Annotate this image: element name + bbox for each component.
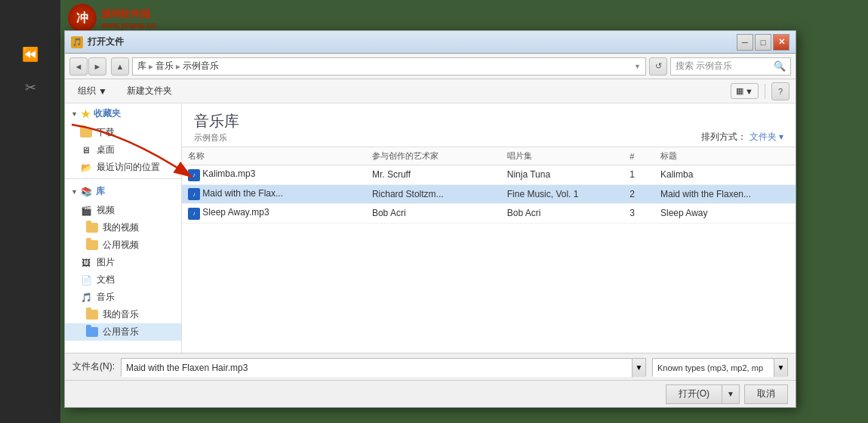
picture-label: 图片 <box>97 256 115 269</box>
address-path[interactable]: 库 ▸ 音乐 ▸ 示例音乐 ▼ <box>132 57 646 76</box>
dialog-title-left: 🎵 打开文件 <box>71 36 124 48</box>
maximize-button[interactable]: □ <box>755 34 771 51</box>
filetype-select[interactable]: Known types (mp3, mp2, mp <box>653 359 774 377</box>
cell-artist: Mr. Scruff <box>366 165 501 185</box>
sidebar-btn-1[interactable]: ⏪ <box>11 39 49 69</box>
open-file-dialog: 🎵 打开文件 ─ □ ✕ ◄ ► ▲ 库 ▸ 音乐 ▸ 示例音乐 ▼ ↺ 搜索 … <box>64 30 796 408</box>
content-area: ▼ ★ 收藏夹 下载 🖥 桌面 📂 最近访问的位置 ▼ <box>65 103 796 353</box>
nav-divider-1 <box>65 178 181 179</box>
nav-pane: ▼ ★ 收藏夹 下载 🖥 桌面 📂 最近访问的位置 ▼ <box>65 103 182 353</box>
cell-album: Ninja Tuna <box>501 165 624 185</box>
search-icon: 🔍 <box>774 60 786 72</box>
library-header-area: 音乐库 示例音乐 排列方式： 文件夹 ▾ <box>182 103 796 147</box>
up-button[interactable]: ▲ <box>111 57 129 76</box>
dialog-title-controls: ─ □ ✕ <box>737 34 790 51</box>
back-button[interactable]: ◄ <box>69 57 88 76</box>
publicmusic-icon <box>86 326 98 338</box>
col-track[interactable]: # <box>623 147 654 165</box>
minimize-button[interactable]: ─ <box>737 34 753 51</box>
nav-item-video[interactable]: 🎬 视频 <box>65 202 181 219</box>
myvideo-icon <box>86 222 98 234</box>
nav-item-myvideo[interactable]: 我的视频 <box>65 219 181 236</box>
publicvideo-icon <box>86 239 98 252</box>
table-row[interactable]: ♪ Sleep Away.mp3 Bob Acri Bob Acri 3 Sle… <box>182 204 796 224</box>
mymusic-label: 我的音乐 <box>103 308 139 321</box>
library-header[interactable]: ▼ 📚 库 <box>65 181 181 202</box>
nav-item-music[interactable]: 🎵 音乐 <box>65 289 181 306</box>
col-artist[interactable]: 参与创作的艺术家 <box>366 147 501 165</box>
doc-label: 文档 <box>97 273 115 286</box>
col-name[interactable]: 名称 <box>182 147 366 165</box>
cell-title: Maid with the Flaxen... <box>654 184 796 204</box>
favorites-header[interactable]: ▼ ★ 收藏夹 <box>65 103 181 124</box>
filename-input-group[interactable]: Maid with the Flaxen Hair.mp3 ▼ <box>121 358 646 376</box>
video-label: 视频 <box>97 204 115 217</box>
col-title[interactable]: 标题 <box>654 147 796 165</box>
file-pane: 音乐库 示例音乐 排列方式： 文件夹 ▾ 名称 参与创作的艺术家 唱片集 <box>182 103 796 353</box>
filetype-group[interactable]: Known types (mp3, mp2, mp ▼ <box>652 358 788 376</box>
sidebar-btn-2[interactable]: ✂ <box>11 73 49 103</box>
video-icon: 🎬 <box>80 205 92 217</box>
music-label: 音乐 <box>97 291 115 304</box>
nav-item-publicvideo[interactable]: 公用视频 <box>65 236 181 254</box>
filename-dropdown-button[interactable]: ▼ <box>632 359 645 377</box>
open-button-group: 打开(O) ▼ <box>666 384 740 404</box>
library-label: 库 <box>96 185 105 198</box>
publicmusic-label: 公用音乐 <box>103 326 139 338</box>
cell-album: Fine Music, Vol. 1 <box>501 184 624 204</box>
table-row[interactable]: ♪ Kalimba.mp3 Mr. Scruff Ninja Tuna 1 Ka… <box>182 165 796 185</box>
search-box[interactable]: 搜索 示例音乐 🔍 <box>670 57 791 76</box>
watermark-logo: 冲 <box>68 4 97 32</box>
download-label: 下载 <box>97 126 115 139</box>
cell-name: ♪ Sleep Away.mp3 <box>182 204 366 224</box>
watermark-area: 冲 源码软件园 www.ympsp.cn <box>68 4 155 32</box>
col-album[interactable]: 唱片集 <box>501 147 624 165</box>
library-icon: 📚 <box>81 186 93 198</box>
new-folder-label: 新建文件夹 <box>127 85 172 97</box>
filetype-dropdown-button[interactable]: ▼ <box>774 359 787 377</box>
filetype-value: Known types (mp3, mp2, mp <box>657 363 763 372</box>
mp3-icon: ♪ <box>188 188 200 200</box>
download-icon <box>80 127 92 139</box>
dialog-titlebar: 🎵 打开文件 ─ □ ✕ <box>65 31 796 54</box>
address-bar: ◄ ► ▲ 库 ▸ 音乐 ▸ 示例音乐 ▼ ↺ 搜索 示例音乐 🔍 <box>65 54 796 79</box>
library-title-group: 音乐库 示例音乐 <box>194 111 239 144</box>
cell-title: Kalimba <box>654 165 796 185</box>
nav-item-picture[interactable]: 🖼 图片 <box>65 254 181 271</box>
close-button[interactable]: ✕ <box>773 34 790 51</box>
nav-item-desktop[interactable]: 🖥 桌面 <box>65 141 181 159</box>
dialog-title-text: 打开文件 <box>88 36 124 48</box>
cell-track: 1 <box>623 165 654 185</box>
open-dropdown-button[interactable]: ▼ <box>722 384 740 404</box>
nav-item-doc[interactable]: 📄 文档 <box>65 271 181 289</box>
new-folder-button[interactable]: 新建文件夹 <box>120 82 179 100</box>
help-button[interactable]: ? <box>771 82 790 100</box>
file-table: 名称 参与创作的艺术家 唱片集 # 标题 ♪ Kalimba.mp3 Mr. S… <box>182 147 796 353</box>
nav-item-publicmusic[interactable]: 公用音乐 <box>65 323 181 341</box>
dialog-title-icon: 🎵 <box>71 36 83 48</box>
organize-button[interactable]: 组织 ▼ <box>71 82 114 100</box>
table-row[interactable]: ♪ Maid with the Flax... Richard Stoltzm.… <box>182 184 796 204</box>
cell-name: ♪ Kalimba.mp3 <box>182 165 366 185</box>
recent-label: 最近访问的位置 <box>97 161 160 174</box>
forward-button[interactable]: ► <box>88 57 106 76</box>
view-button[interactable]: ▦ ▼ <box>731 83 759 99</box>
open-button[interactable]: 打开(O) <box>666 384 722 404</box>
sort-control[interactable]: 排列方式： 文件夹 ▾ <box>701 131 783 144</box>
nav-item-recent[interactable]: 📂 最近访问的位置 <box>65 159 181 176</box>
nav-item-mymusic[interactable]: 我的音乐 <box>65 306 181 323</box>
cell-title: Sleep Away <box>654 204 796 224</box>
mp3-icon: ♪ <box>188 169 200 181</box>
sort-value[interactable]: 文件夹 ▾ <box>749 131 783 144</box>
cell-artist: Bob Acri <box>366 204 501 224</box>
refresh-button[interactable]: ↺ <box>649 57 667 76</box>
nav-item-download[interactable]: 下载 <box>65 124 181 141</box>
filename-label: 文件名(N): <box>72 360 115 373</box>
cell-track: 2 <box>623 184 654 204</box>
library-title: 音乐库 <box>194 111 239 131</box>
search-placeholder-text: 搜索 示例音乐 <box>676 60 771 73</box>
desktop-icon: 🖥 <box>80 144 92 156</box>
music-icon: 🎵 <box>80 292 92 304</box>
filename-input[interactable]: Maid with the Flaxen Hair.mp3 <box>122 359 632 377</box>
cancel-button[interactable]: 取消 <box>744 384 788 404</box>
